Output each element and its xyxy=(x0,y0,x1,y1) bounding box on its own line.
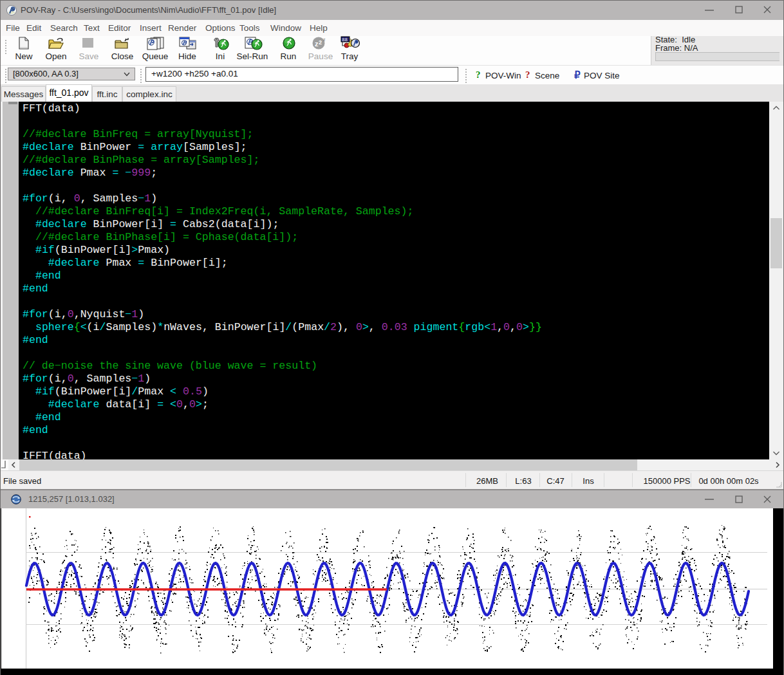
svg-text:2: 2 xyxy=(319,39,322,46)
svg-text:z: z xyxy=(323,37,326,42)
svg-text:88: 88 xyxy=(342,37,348,42)
